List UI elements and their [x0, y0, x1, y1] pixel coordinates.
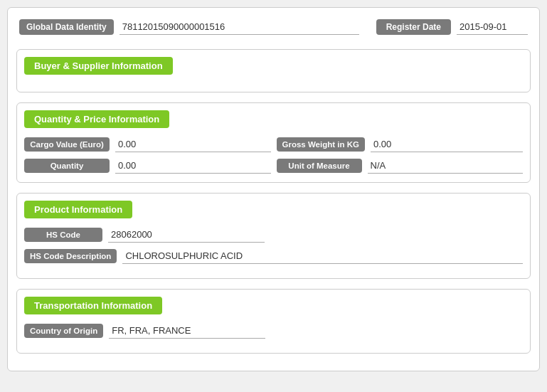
- hs-code-row: HS Code 28062000: [24, 227, 523, 243]
- hs-code-label: HS Code: [24, 228, 102, 242]
- transportation-section: Transportation Information Country of Or…: [16, 289, 531, 354]
- hs-code-desc-label: HS Code Description: [24, 249, 117, 263]
- cargo-value-col: Cargo Value (Euro) 0.00: [24, 137, 271, 152]
- quantity-price-header: Quantity & Price Information: [24, 110, 169, 128]
- transportation-header: Transportation Information: [24, 297, 162, 314]
- cargo-value-value: 0.00: [115, 137, 271, 152]
- buyer-supplier-section: Buyer & Supplier Information: [16, 49, 531, 92]
- unit-of-measure-label: Unit of Measure: [277, 159, 362, 173]
- register-date-value: 2015-09-01: [457, 19, 528, 35]
- gross-weight-value: 0.00: [371, 137, 523, 152]
- cargo-value-label: Cargo Value (Euro): [24, 137, 110, 152]
- gross-weight-label: Gross Weight in KG: [277, 137, 365, 152]
- hs-code-desc-row: HS Code Description CHLOROSULPHURIC ACID: [24, 248, 523, 264]
- product-header: Product Information: [24, 201, 132, 218]
- top-row: Global Data Identity 7811201509000000151…: [16, 15, 531, 39]
- global-data-identity-label: Global Data Identity: [19, 19, 114, 35]
- country-of-origin-label: Country of Origin: [24, 324, 103, 338]
- buyer-supplier-header: Buyer & Supplier Information: [24, 57, 173, 75]
- gross-weight-col: Gross Weight in KG 0.00: [277, 137, 524, 152]
- cargo-gross-row: Cargo Value (Euro) 0.00 Gross Weight in …: [24, 137, 523, 152]
- global-data-identity-value: 78112015090000001516: [120, 19, 359, 35]
- quantity-label: Quantity: [24, 159, 110, 173]
- unit-of-measure-col: Unit of Measure N/A: [277, 158, 524, 174]
- quantity-uom-row: Quantity 0.00 Unit of Measure N/A: [24, 158, 523, 174]
- hs-code-desc-value: CHLOROSULPHURIC ACID: [122, 248, 523, 264]
- quantity-price-section: Quantity & Price Information Cargo Value…: [16, 102, 531, 183]
- quantity-value: 0.00: [115, 158, 271, 174]
- product-section: Product Information HS Code 28062000 HS …: [16, 193, 531, 279]
- country-of-origin-value: FR, FRA, FRANCE: [109, 323, 265, 339]
- quantity-col: Quantity 0.00: [24, 158, 271, 174]
- unit-of-measure-value: N/A: [368, 158, 524, 174]
- register-date-label: Register Date: [376, 19, 451, 35]
- main-container: Global Data Identity 7811201509000000151…: [7, 7, 540, 371]
- hs-code-value: 28062000: [108, 227, 265, 243]
- country-of-origin-row: Country of Origin FR, FRA, FRANCE: [24, 323, 523, 339]
